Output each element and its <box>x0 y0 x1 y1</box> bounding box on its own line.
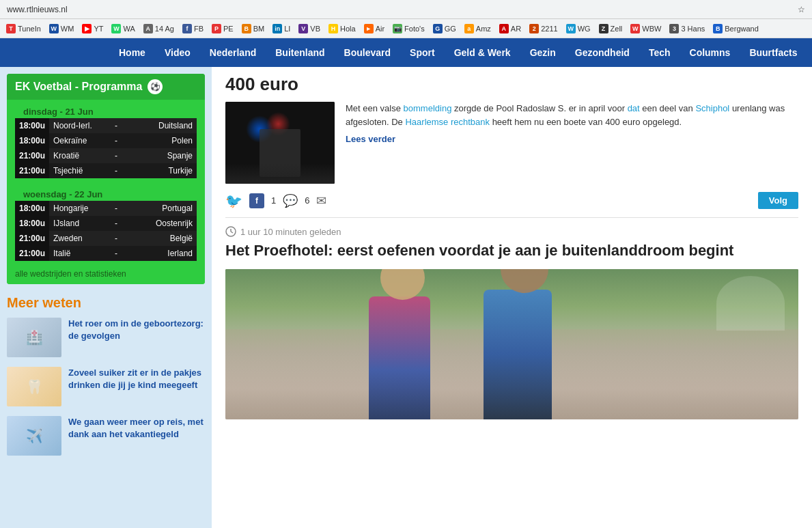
nav-boulevard[interactable]: Boulevard <box>335 38 400 67</box>
bookmark-wm[interactable]: WWM <box>46 23 78 35</box>
bookmark-vb[interactable]: VVB <box>295 23 324 35</box>
meer-thumb-1: 🏥 <box>7 318 61 357</box>
ek-day2-section: woensdag - 22 Jun 18:00u Hongarije - Por… <box>7 181 205 264</box>
nav-home[interactable]: Home <box>109 38 155 67</box>
bookmark-icon-fb: f <box>182 24 192 33</box>
bookmark-label-air: Air <box>376 25 384 33</box>
match-row: 18:00u Oekraïne - Polen <box>15 133 197 148</box>
bookmark-wg[interactable]: WWG <box>563 23 594 35</box>
meer-thumb-2: 🦷 <box>7 367 61 406</box>
bookmark-yt[interactable]: ▶YT <box>79 23 107 35</box>
bookmark-icon-zell: Z <box>599 24 608 33</box>
bookmark-bm[interactable]: BBM <box>238 23 268 35</box>
bookmark-icon-li: in <box>272 24 282 33</box>
nav-gezin[interactable]: Gezin <box>520 38 565 67</box>
bookmark-wbw[interactable]: WWBW <box>627 23 664 35</box>
bookmark-icon-fotos: 📷 <box>393 24 402 33</box>
bookmark-air[interactable]: ►Air <box>361 23 388 35</box>
article-1-body: Met een valse bommelding zorgde de Pool … <box>346 102 798 184</box>
bookmark-icon-yt: ▶ <box>82 24 92 33</box>
match-row: 21:00u Tsjechië - Turkije <box>15 163 197 178</box>
nav-buitenland[interactable]: Buitenland <box>266 38 334 67</box>
bookmark-icon-bergwand: B <box>713 24 723 33</box>
nav-columns[interactable]: Columns <box>680 38 740 67</box>
comment-icon[interactable]: 💬 <box>283 193 298 208</box>
bookmark-label-gg: GG <box>445 25 456 33</box>
search-icon[interactable]: 🔍 <box>807 46 812 59</box>
bookmark-label-ar: AR <box>511 25 521 33</box>
bookmark-tunein[interactable]: TTuneIn <box>3 23 44 35</box>
ek-day1-matches: 18:00u Noord-Ierl. - Duitsland 18:00u Oe… <box>15 118 197 178</box>
bookmark-2211[interactable]: 22211 <box>526 23 561 35</box>
meer-item-2[interactable]: 🦷 Zoveel suiker zit er in de pakjes drin… <box>7 367 205 406</box>
nav-geld-werk[interactable]: Geld & Werk <box>445 38 520 67</box>
bookmark-icon-wbw: W <box>630 24 640 33</box>
mail-icon[interactable]: ✉ <box>316 193 326 208</box>
soccer-ball-icon: ⚽ <box>148 79 163 94</box>
bookmark-label-li: LI <box>284 25 290 33</box>
bookmark-label-wm: WM <box>61 25 74 33</box>
match-row: 18:00u IJsland - Oostenrijk <box>15 216 197 231</box>
meer-item-1[interactable]: 🏥 Het roer om in de geboortezorg: de gev… <box>7 318 205 357</box>
bookmark-label-vb: VB <box>310 25 320 33</box>
bookmark-pe[interactable]: PPE <box>208 23 237 35</box>
article-2-time: 1 uur 10 minuten geleden <box>225 226 798 237</box>
article-1-actions: 🐦 f 1 💬 6 ✉ Volg <box>225 192 798 209</box>
bookmark-fotos[interactable]: 📷Foto's <box>389 23 428 35</box>
bookmark-icon-amz: a <box>464 24 474 33</box>
browser-star[interactable]: ☆ <box>798 5 805 14</box>
bookmark-bergwand[interactable]: BBergwand <box>710 23 762 35</box>
bookmark-zell[interactable]: ZZell <box>596 23 626 35</box>
ek-day1-label: dinsdag - 21 Jun <box>15 102 197 118</box>
bookmark-label-hans: 3 Hans <box>681 25 705 33</box>
nav-nederland[interactable]: Nederland <box>200 38 266 67</box>
page-content: EK Voetbal - Programma ⚽ dinsdag - 21 Ju… <box>0 67 812 528</box>
article-1: 400 euro Met een valse bommelding zorgde… <box>225 74 798 209</box>
bookmark-ag[interactable]: A14 Ag <box>140 23 178 35</box>
bookmark-label-amz: Amz <box>476 25 491 33</box>
bookmark-hola[interactable]: HHola <box>325 23 359 35</box>
match-row: 21:00u Kroatië - Spanje <box>15 148 197 163</box>
match-row: 21:00u Italië - Ierland <box>15 246 197 261</box>
bookmark-icon-ag: A <box>143 24 153 33</box>
bookmark-icon-2211: 2 <box>529 24 539 33</box>
facebook-icon[interactable]: f <box>249 193 264 208</box>
bookmark-li[interactable]: inLI <box>269 23 294 35</box>
bookmark-label-zell: Zell <box>611 25 623 33</box>
article-1-row: Met een valse bommelding zorgde de Pool … <box>225 102 798 184</box>
ek-footer-link[interactable]: alle wedstrijden en statistieken <box>7 264 205 284</box>
nav-tech[interactable]: Tech <box>639 38 680 67</box>
bookmark-wa[interactable]: WWA <box>108 23 138 35</box>
bookmark-icon-wg: W <box>566 24 576 33</box>
bookmark-label-fotos: Foto's <box>404 25 425 33</box>
ek-header: EK Voetbal - Programma ⚽ <box>7 74 205 100</box>
bookmarks-bar: TTuneInWWM▶YTWWAA14 AgfFBPPEBBMinLIVVBHH… <box>0 19 812 38</box>
ek-day1-section: dinsdag - 21 Jun 18:00u Noord-Ierl. - Du… <box>7 100 205 181</box>
article-1-read-more[interactable]: Lees verder <box>346 133 798 146</box>
meer-text-3: We gaan weer meer op reis, met dank aan … <box>68 416 205 456</box>
bookmark-hans[interactable]: 33 Hans <box>666 23 708 35</box>
meer-weten-title: Meer weten <box>7 295 205 311</box>
twitter-icon[interactable]: 🐦 <box>225 193 242 209</box>
bookmark-fb[interactable]: fFB <box>179 23 207 35</box>
bookmark-ar[interactable]: AAR <box>496 23 524 35</box>
bookmark-icon-bm: B <box>242 24 251 33</box>
nav-video[interactable]: Video <box>155 38 200 67</box>
bookmark-icon-pe: P <box>212 24 221 33</box>
nav-gezondheid[interactable]: Gezondheid <box>565 38 639 67</box>
article-divider <box>225 217 798 218</box>
facebook-count: 1 <box>271 195 276 206</box>
volg-button[interactable]: Volg <box>758 192 798 209</box>
bookmark-label-bergwand: Bergwand <box>725 25 759 33</box>
meer-item-3[interactable]: ✈️ We gaan weer meer op reis, met dank a… <box>7 416 205 456</box>
bookmark-icon-ar: A <box>499 24 509 33</box>
svg-line-2 <box>231 232 233 233</box>
nav-sport[interactable]: Sport <box>400 38 445 67</box>
article-2-title: Het Proefhotel: eerst oefenen voordat je… <box>225 241 798 261</box>
article-1-title: 400 euro <box>225 74 798 95</box>
bookmark-icon-wm: W <box>49 24 59 33</box>
bookmark-gg[interactable]: GGG <box>430 23 460 35</box>
bookmark-amz[interactable]: aAmz <box>461 23 494 35</box>
bookmark-icon-hola: H <box>328 24 338 33</box>
nav-buurtfacts[interactable]: Buurtfacts <box>740 38 807 67</box>
